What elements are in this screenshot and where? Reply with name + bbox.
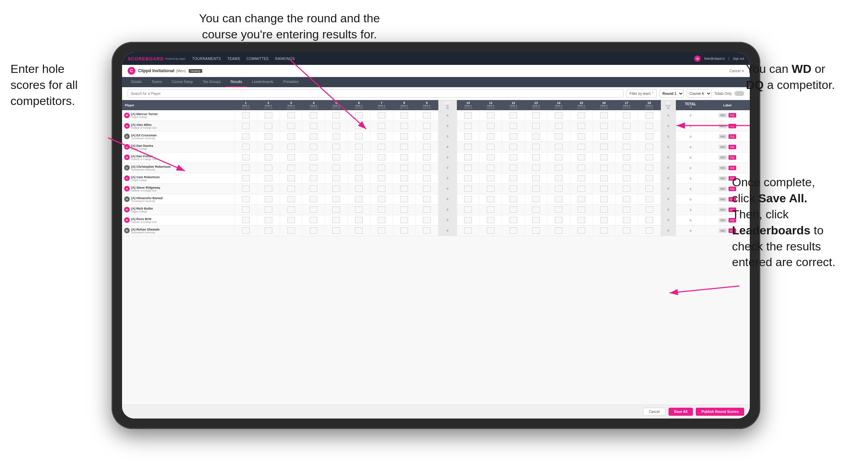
hole-12-cell-11[interactable] <box>502 225 525 236</box>
wd-button-1[interactable]: WD <box>719 124 727 128</box>
hole-8-input-6[interactable] <box>400 175 408 181</box>
hole-11-input-9[interactable] <box>487 206 495 213</box>
hole-11-cell-0[interactable] <box>480 110 502 121</box>
hole-10-input-7[interactable] <box>464 186 472 192</box>
hole-12-input-9[interactable] <box>510 206 517 213</box>
wd-button-3[interactable]: WD <box>719 145 727 149</box>
hole-6-cell-5[interactable] <box>348 163 370 173</box>
hole-8-input-5[interactable] <box>400 165 408 171</box>
hole-16-cell-0[interactable] <box>592 110 615 121</box>
hole-12-input-11[interactable] <box>510 227 517 234</box>
score-table-wrapper[interactable]: Player 1PAR 4340 YDS 2PAR 5511 YDS 3PAR … <box>122 100 750 405</box>
tab-course-setup[interactable]: Course Setup <box>167 77 198 87</box>
hole-13-cell-6[interactable] <box>525 173 548 183</box>
hole-8-cell-5[interactable] <box>393 163 416 173</box>
hole-2-input-1[interactable] <box>265 123 272 129</box>
hole-10-input-9[interactable] <box>464 206 472 213</box>
nav-rankings[interactable]: RANKINGS <box>275 57 295 61</box>
hole-4-input-2[interactable] <box>310 133 317 140</box>
hole-14-cell-9[interactable] <box>548 204 570 215</box>
hole-12-cell-5[interactable] <box>502 163 525 173</box>
hole-4-input-8[interactable] <box>310 196 317 202</box>
hole-5-input-9[interactable] <box>332 206 340 213</box>
hole-10-cell-10[interactable] <box>457 215 480 225</box>
hole-12-cell-10[interactable] <box>502 215 525 225</box>
hole-2-cell-9[interactable] <box>257 204 280 215</box>
hole-5-input-3[interactable] <box>332 144 340 150</box>
hole-16-input-6[interactable] <box>600 175 608 181</box>
hole-2-cell-5[interactable] <box>257 163 280 173</box>
hole-18-input-11[interactable] <box>646 227 653 234</box>
hole-16-input-11[interactable] <box>600 227 608 234</box>
hole-14-cell-4[interactable] <box>548 152 570 163</box>
hole-7-cell-6[interactable] <box>370 173 393 183</box>
hole-18-input-5[interactable] <box>646 165 653 171</box>
hole-7-cell-10[interactable] <box>370 215 393 225</box>
hole-1-input-10[interactable] <box>242 217 250 223</box>
hole-8-input-1[interactable] <box>400 123 408 129</box>
hole-3-cell-4[interactable] <box>280 152 302 163</box>
hole-10-input-11[interactable] <box>464 227 472 234</box>
publish-button[interactable]: Publish Round Scores <box>696 408 744 416</box>
hole-7-input-6[interactable] <box>378 175 385 181</box>
hole-8-input-7[interactable] <box>400 186 408 192</box>
hole-14-cell-0[interactable] <box>548 110 570 121</box>
hole-11-cell-4[interactable] <box>480 152 502 163</box>
hole-1-cell-6[interactable] <box>234 173 257 183</box>
hole-7-cell-7[interactable] <box>370 183 393 194</box>
hole-3-cell-11[interactable] <box>280 225 302 236</box>
hole-11-cell-8[interactable] <box>480 194 502 204</box>
hole-5-cell-5[interactable] <box>325 163 348 173</box>
hole-12-input-6[interactable] <box>510 175 517 181</box>
hole-16-input-10[interactable] <box>600 217 608 223</box>
hole-17-input-0[interactable] <box>623 112 631 119</box>
hole-2-cell-6[interactable] <box>257 173 280 183</box>
hole-11-input-7[interactable] <box>487 186 495 192</box>
hole-13-input-2[interactable] <box>532 133 540 140</box>
nav-teams[interactable]: TEAMS <box>227 57 240 61</box>
hole-17-cell-10[interactable] <box>615 215 638 225</box>
hole-2-cell-11[interactable] <box>257 225 280 236</box>
hole-15-cell-8[interactable] <box>570 194 592 204</box>
hole-8-input-11[interactable] <box>400 227 408 234</box>
hole-14-cell-2[interactable] <box>548 131 570 142</box>
hole-2-input-4[interactable] <box>265 154 272 160</box>
hole-2-cell-8[interactable] <box>257 194 280 204</box>
hole-7-input-5[interactable] <box>378 165 385 171</box>
hole-16-cell-3[interactable] <box>592 142 615 152</box>
hole-6-input-10[interactable] <box>355 217 363 223</box>
tab-tee-groups[interactable]: Tee Groups <box>198 77 226 87</box>
hole-10-cell-7[interactable] <box>457 183 480 194</box>
hole-15-cell-9[interactable] <box>570 204 592 215</box>
hole-14-cell-10[interactable] <box>548 215 570 225</box>
tab-teams[interactable]: Teams <box>147 77 167 87</box>
hole-15-input-8[interactable] <box>578 196 585 202</box>
hole-5-cell-8[interactable] <box>325 194 348 204</box>
hole-5-input-5[interactable] <box>332 165 340 171</box>
hole-12-input-8[interactable] <box>510 196 517 202</box>
wd-button-2[interactable]: WD <box>719 134 727 139</box>
hole-5-input-4[interactable] <box>332 154 340 160</box>
hole-8-cell-6[interactable] <box>393 173 416 183</box>
round-select[interactable]: Round 1 <box>659 89 684 98</box>
hole-12-cell-3[interactable] <box>502 142 525 152</box>
hole-8-cell-4[interactable] <box>393 152 416 163</box>
hole-3-cell-8[interactable] <box>280 194 302 204</box>
tab-printables[interactable]: Printables <box>278 77 303 87</box>
hole-3-input-10[interactable] <box>287 217 295 223</box>
hole-11-input-0[interactable] <box>487 112 495 119</box>
hole-3-input-1[interactable] <box>287 123 295 129</box>
dq-button-1[interactable]: DQ <box>729 124 736 128</box>
cancel-button[interactable]: Cancel <box>643 408 666 416</box>
hole-15-cell-3[interactable] <box>570 142 592 152</box>
hole-1-input-9[interactable] <box>242 206 250 213</box>
hole-17-cell-4[interactable] <box>615 152 638 163</box>
hole-4-cell-8[interactable] <box>302 194 325 204</box>
hole-4-cell-9[interactable] <box>302 204 325 215</box>
hole-18-cell-6[interactable] <box>638 173 661 183</box>
hole-9-cell-5[interactable] <box>415 163 438 173</box>
hole-15-cell-6[interactable] <box>570 173 592 183</box>
hole-7-cell-3[interactable] <box>370 142 393 152</box>
hole-12-cell-7[interactable] <box>502 183 525 194</box>
search-input[interactable] <box>128 89 624 98</box>
